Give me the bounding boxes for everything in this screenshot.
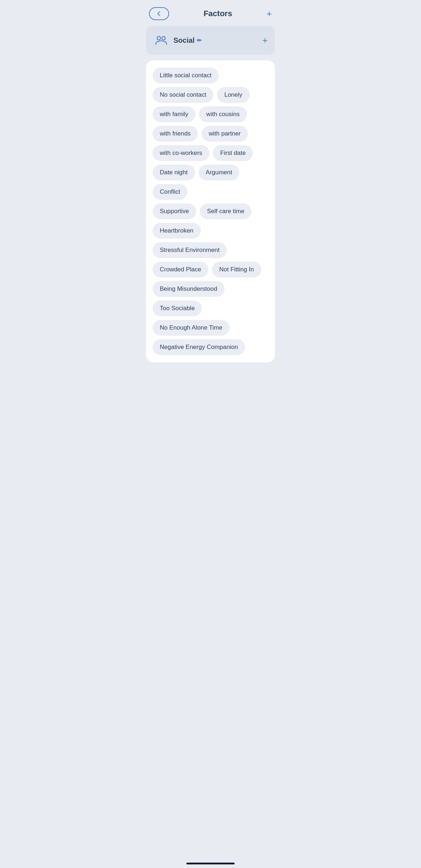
tag-item[interactable]: Self care time [200, 203, 252, 219]
category-add-button[interactable]: + [262, 35, 268, 46]
social-svg [154, 33, 168, 47]
app-container: Factors + Social ✏ + [140, 0, 281, 868]
tag-item[interactable]: Argument [199, 165, 240, 180]
tag-item[interactable]: Conflict [153, 184, 187, 200]
tag-item[interactable]: Not Fitting In [212, 262, 261, 277]
tags-row-3: with friendswith partner [153, 126, 268, 142]
tags-row-11: Negative Energy Companion [153, 339, 268, 355]
tag-item[interactable]: Supportive [153, 203, 196, 219]
tag-item[interactable]: First date [213, 145, 253, 161]
tag-item[interactable]: No Enough Alone Time [153, 320, 230, 336]
tags-row-7: HeartbrokenStressful Environment [153, 223, 268, 258]
tags-row-2: with familywith cousins [153, 106, 268, 122]
tags-row-5: Date nightArgumentConflict [153, 165, 268, 200]
tag-item[interactable]: Heartbroken [153, 223, 201, 239]
tag-item[interactable]: Date night [153, 165, 195, 180]
tags-row-1: No social contactLonely [153, 87, 268, 103]
tag-item[interactable]: Little social contact [153, 68, 219, 83]
tag-item[interactable]: Stressful Environment [153, 242, 227, 258]
tags-row-10: No Enough Alone Time [153, 320, 268, 336]
header-add-button[interactable]: + [267, 9, 272, 18]
tag-item[interactable]: with cousins [199, 106, 247, 122]
tag-item[interactable]: Crowded Place [153, 262, 208, 277]
svg-point-0 [157, 37, 161, 40]
back-button[interactable] [149, 7, 169, 20]
tags-area: Little social contactNo social contactLo… [146, 60, 275, 362]
category-card: Social ✏ + [146, 26, 275, 55]
tag-item[interactable]: with friends [153, 126, 198, 142]
home-indicator [186, 863, 235, 864]
header: Factors + [140, 0, 281, 26]
svg-point-1 [162, 37, 166, 40]
tag-item[interactable]: Negative Energy Companion [153, 339, 245, 355]
page-title: Factors [204, 9, 232, 18]
tag-item[interactable]: Being Misunderstood [153, 281, 225, 297]
back-chevron-icon [157, 11, 162, 16]
tag-item[interactable]: Lonely [217, 87, 249, 103]
tags-row-8: Crowded PlaceNot Fitting In [153, 262, 268, 277]
tag-item[interactable]: Too Sociable [153, 300, 202, 316]
tag-item[interactable]: with co-workers [153, 145, 209, 161]
tag-item[interactable]: with partner [202, 126, 248, 142]
tags-row-4: with co-workersFirst date [153, 145, 268, 161]
tags-row-9: Being MisunderstoodToo Sociable [153, 281, 268, 316]
tag-item[interactable]: with family [153, 106, 195, 122]
tags-row-6: SupportiveSelf care time [153, 203, 268, 219]
tag-item[interactable]: No social contact [153, 87, 213, 103]
category-name: Social ✏ [173, 36, 202, 45]
edit-icon: ✏ [197, 37, 202, 44]
tags-row-0: Little social contact [153, 68, 268, 83]
category-left: Social ✏ [153, 32, 202, 48]
social-icon [153, 32, 169, 48]
